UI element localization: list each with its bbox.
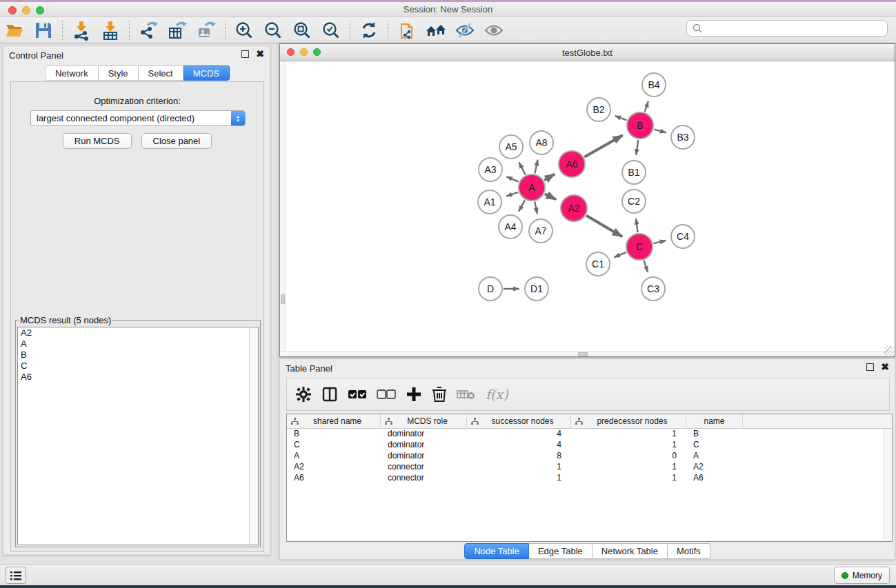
table-row[interactable]: A2connector11A2 xyxy=(287,462,892,473)
tab-select[interactable]: Select xyxy=(139,65,183,81)
horizontal-scrollbar[interactable] xyxy=(280,351,895,356)
column-header-name[interactable]: name xyxy=(686,414,743,428)
mcds-result-item[interactable]: A xyxy=(18,338,258,349)
table-cell: C xyxy=(686,440,743,451)
table-body: Bdominator41BCdominator41CAdominator80AA… xyxy=(287,429,892,484)
tab-edge-table[interactable]: Edge Table xyxy=(529,543,593,559)
edge-C-C3[interactable] xyxy=(644,261,648,272)
vertical-scrollbar[interactable] xyxy=(280,61,286,356)
table-row[interactable]: Adominator80A xyxy=(287,451,892,462)
zoom-fit-icon[interactable] xyxy=(290,19,314,41)
control-panel: Control Panel ✖ Network Style Select MCD… xyxy=(3,45,270,555)
edge-A-A6[interactable] xyxy=(544,174,555,181)
network-from-selection-icon[interactable] xyxy=(395,19,419,41)
zoom-selected-icon[interactable] xyxy=(319,19,343,41)
result-list-scrollbar[interactable] xyxy=(249,327,258,545)
save-session-icon[interactable] xyxy=(32,19,55,41)
table-cell: A xyxy=(686,451,743,462)
task-history-button[interactable] xyxy=(6,567,26,584)
float-panel-icon[interactable] xyxy=(241,50,249,58)
table-cell: A xyxy=(287,451,381,462)
tab-network-table[interactable]: Network Table xyxy=(593,543,668,559)
export-network-icon[interactable] xyxy=(137,19,160,41)
column-view-icon[interactable] xyxy=(321,386,338,403)
network-canvas[interactable]: B4B2BB3A8A5A6A3B1AC2A1A2A4A7C4CC1C3DD1 xyxy=(280,61,895,356)
edge-C-C2[interactable] xyxy=(636,219,637,232)
column-type-icon xyxy=(291,418,299,425)
edge-C-C1[interactable] xyxy=(614,252,626,257)
select-all-icon[interactable] xyxy=(348,388,367,401)
import-network-icon[interactable] xyxy=(70,19,93,41)
node-label-B: B xyxy=(637,120,643,131)
table-cell: 1 xyxy=(571,429,686,440)
tab-node-table[interactable]: Node Table xyxy=(464,543,529,559)
deselect-all-icon[interactable] xyxy=(377,388,396,401)
home-browser-icon[interactable] xyxy=(424,19,448,41)
hide-selected-eye-icon[interactable] xyxy=(453,19,477,41)
table-row[interactable]: Cdominator41C xyxy=(287,440,892,451)
table-scrollbar[interactable] xyxy=(884,429,892,541)
memory-button[interactable]: Memory xyxy=(834,567,890,584)
window-resize-grip[interactable] xyxy=(884,346,894,356)
node-label-A5: A5 xyxy=(505,141,517,152)
edge-A-A3[interactable] xyxy=(506,176,518,182)
edge-A-A4[interactable] xyxy=(519,200,525,211)
edge-C-C4[interactable] xyxy=(653,241,666,243)
float-table-panel-icon[interactable] xyxy=(866,363,874,371)
function-builder-icon[interactable]: f(x) xyxy=(486,387,508,402)
edge-B-B4[interactable] xyxy=(645,101,648,112)
dropdown-stepper-icon: ▲▼ xyxy=(231,111,245,125)
mcds-panel-body: Optimization criterion: largest connecte… xyxy=(10,81,264,552)
close-table-panel-icon[interactable]: ✖ xyxy=(881,363,889,371)
column-header-predecessor-nodes[interactable]: predecessor nodes xyxy=(571,414,686,428)
refresh-icon[interactable] xyxy=(357,19,381,41)
zoom-in-icon[interactable] xyxy=(232,19,256,41)
settings-gear-icon[interactable] xyxy=(295,386,312,403)
tab-motifs[interactable]: Motifs xyxy=(668,543,710,559)
show-all-eye-icon[interactable] xyxy=(482,19,506,41)
table-row[interactable]: Bdominator41B xyxy=(287,429,892,440)
column-header-shared-name[interactable]: shared name xyxy=(287,414,381,428)
table-cell: B xyxy=(287,429,381,440)
close-panel-button[interactable]: Close panel xyxy=(141,133,212,149)
mcds-result-item[interactable]: A2 xyxy=(18,327,258,338)
network-graph[interactable]: B4B2BB3A8A5A6A3B1AC2A1A2A4A7C4CC1C3DD1 xyxy=(280,61,895,356)
close-panel-icon[interactable]: ✖ xyxy=(256,50,264,58)
open-file-icon[interactable] xyxy=(3,19,26,41)
edge-A-A7[interactable] xyxy=(535,202,537,214)
run-mcds-button[interactable]: Run MCDS xyxy=(63,133,132,149)
zoom-out-icon[interactable] xyxy=(261,19,285,41)
tab-style[interactable]: Style xyxy=(99,65,139,81)
edge-A-A2[interactable] xyxy=(545,194,556,199)
edge-A6-B[interactable] xyxy=(584,135,622,156)
mcds-result-item[interactable]: A6 xyxy=(18,372,258,383)
memory-status-icon xyxy=(842,572,848,579)
column-header-MCDS-role[interactable]: MCDS role xyxy=(381,414,467,428)
delete-column-trash-icon[interactable] xyxy=(432,386,447,403)
add-column-icon[interactable] xyxy=(406,386,422,403)
optimization-criterion-select[interactable]: largest connected component (directed) ▲… xyxy=(30,110,246,126)
edge-B-B2[interactable] xyxy=(615,116,627,120)
delete-table-icon[interactable] xyxy=(457,388,476,401)
edge-A-A8[interactable] xyxy=(535,160,537,174)
mcds-result-item[interactable]: B xyxy=(18,349,258,361)
tab-mcds[interactable]: MCDS xyxy=(183,65,230,81)
table-row[interactable]: A6connector11A6 xyxy=(287,473,892,484)
table-cell: A2 xyxy=(686,462,743,473)
edge-A-A1[interactable] xyxy=(506,192,518,196)
mcds-result-item[interactable]: C xyxy=(18,361,258,372)
horizontal-scroll-thumb[interactable] xyxy=(578,352,588,356)
export-image-icon[interactable] xyxy=(195,19,218,41)
search-input[interactable] xyxy=(704,21,887,35)
column-header-successor-nodes[interactable]: successor nodes xyxy=(467,414,571,428)
search-box[interactable] xyxy=(686,20,888,37)
edge-B-B1[interactable] xyxy=(636,140,638,155)
status-bar: Memory xyxy=(0,564,896,585)
export-table-icon[interactable] xyxy=(166,19,189,41)
import-table-icon[interactable] xyxy=(99,19,122,41)
edge-A-A5[interactable] xyxy=(519,163,526,175)
edge-B-B3[interactable] xyxy=(654,130,666,133)
edge-A2-C[interactable] xyxy=(586,216,622,237)
tab-network[interactable]: Network xyxy=(45,65,99,81)
vertical-scroll-thumb[interactable] xyxy=(281,294,285,304)
